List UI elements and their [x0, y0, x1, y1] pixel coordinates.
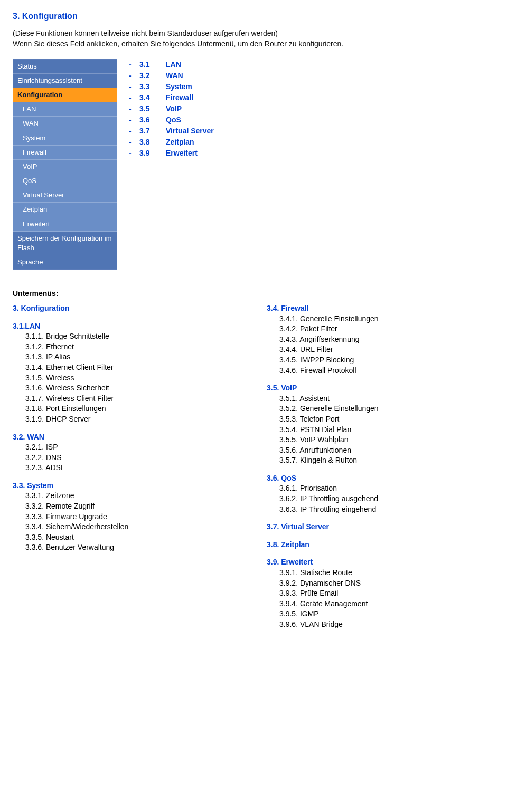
- nav-item[interactable]: Einrichtungsassistent: [13, 74, 117, 88]
- nav-item[interactable]: Zeitplan: [13, 203, 117, 217]
- list-label: LAN: [166, 59, 181, 70]
- toc-group-title: 3.2. WAN: [13, 432, 240, 443]
- nav-item[interactable]: VoIP: [13, 160, 117, 174]
- toc-group-title: 3.6. QoS: [267, 473, 494, 484]
- toc-group-title: 3.1.LAN: [13, 321, 240, 332]
- toc-item: 3.1.8. Port Einstellungen: [25, 404, 240, 414]
- toc-right-column: 3.4. Firewall3.4.1. Generelle Einstellun…: [267, 303, 494, 637]
- toc-item: 3.3.2. Remote Zugriff: [25, 501, 240, 512]
- toc-group: 3. Konfiguration: [13, 303, 240, 314]
- toc-item: 3.5.5. VoIP Wählplan: [279, 435, 494, 445]
- toc-group-title: 3.5. VoIP: [267, 383, 494, 394]
- main-list-row: -3.9Erweitert: [129, 148, 214, 159]
- list-number: 3.4: [139, 92, 161, 103]
- toc-group-title: 3.9. Erweitert: [267, 557, 494, 568]
- nav-item[interactable]: Virtual Server: [13, 188, 117, 203]
- toc-item: 3.9.4. Geräte Management: [279, 599, 494, 609]
- main-list-row: -3.4Firewall: [129, 92, 214, 103]
- toc-group: 3.7. Virtual Server: [267, 522, 494, 532]
- nav-item[interactable]: Sprache: [13, 255, 117, 269]
- nav-item[interactable]: Firewall: [13, 146, 117, 160]
- main-list-row: -3.1LAN: [129, 59, 214, 70]
- list-number: 3.1: [139, 59, 161, 70]
- toc-item: 3.6.2. IP Throttling ausgehend: [279, 494, 494, 504]
- toc-item: 3.1.9. DHCP Server: [25, 414, 240, 425]
- toc-item: 3.5.6. Anruffunktionen: [279, 445, 494, 456]
- toc-group: 3.5. VoIP3.5.1. Assistent3.5.2. Generell…: [267, 383, 494, 466]
- dash: -: [129, 59, 134, 70]
- toc-item: 3.1.5. Wireless: [25, 373, 240, 384]
- toc-item: 3.9.3. Prüfe Email: [279, 588, 494, 599]
- nav-item[interactable]: Konfiguration: [13, 88, 117, 102]
- toc-item: 3.3.4. Sichern/Wiederherstellen: [25, 522, 240, 532]
- nav-item[interactable]: WAN: [13, 117, 117, 131]
- list-label: Firewall: [166, 92, 193, 103]
- dash: -: [129, 103, 134, 114]
- dash: -: [129, 148, 134, 159]
- toc-item: 3.3.1. Zeitzone: [25, 491, 240, 501]
- toc-item: 3.4.5. IM/P2P Blocking: [279, 355, 494, 366]
- main-list-row: -3.7Virtual Server: [129, 126, 214, 137]
- toc-item: 3.9.1. Statische Route: [279, 568, 494, 578]
- toc-group: 3.2. WAN3.2.1. ISP3.2.2. DNS3.2.3. ADSL: [13, 432, 240, 473]
- toc-item: 3.9.2. Dynamischer DNS: [279, 578, 494, 589]
- list-number: 3.5: [139, 103, 161, 114]
- toc-item: 3.5.2. Generelle Einstellungen: [279, 404, 494, 414]
- nav-item[interactable]: QoS: [13, 174, 117, 188]
- list-label: VoIP: [166, 103, 182, 114]
- toc-item: 3.1.4. Ethernet Client Filter: [25, 362, 240, 373]
- list-number: 3.3: [139, 81, 161, 92]
- nav-item[interactable]: Status: [13, 60, 117, 74]
- nav-item[interactable]: Speichern der Konfiguration im Flash: [13, 232, 117, 255]
- toc-item: 3.9.5. IGMP: [279, 609, 494, 619]
- submenu-label: Untermenüs:: [13, 289, 494, 299]
- list-label: Zeitplan: [166, 137, 194, 148]
- toc-item: 3.4.3. Angriffserkennung: [279, 335, 494, 345]
- toc-item: 3.2.2. DNS: [25, 453, 240, 463]
- toc-group: 3.1.LAN3.1.1. Bridge Schnittstelle3.1.2.…: [13, 321, 240, 425]
- list-number: 3.2: [139, 70, 161, 81]
- toc-group: 3.3. System3.3.1. Zeitzone3.3.2. Remote …: [13, 481, 240, 553]
- toc-group-title: 3.4. Firewall: [267, 303, 494, 314]
- dash: -: [129, 81, 134, 92]
- toc-left-column: 3. Konfiguration3.1.LAN3.1.1. Bridge Sch…: [13, 303, 240, 560]
- toc-item: 3.4.2. Paket Filter: [279, 324, 494, 335]
- main-list-row: -3.6QoS: [129, 114, 214, 126]
- toc-group: 3.6. QoS3.6.1. Priorisation3.6.2. IP Thr…: [267, 473, 494, 514]
- toc-group: 3.8. Zeitplan: [267, 540, 494, 550]
- page-heading: 3. Konfiguration: [13, 11, 494, 22]
- toc-group-title: 3.8. Zeitplan: [267, 540, 494, 550]
- toc-item: 3.5.3. Telefon Port: [279, 414, 494, 425]
- sidebar-nav: StatusEinrichtungsassistentKonfiguration…: [13, 59, 117, 270]
- dash: -: [129, 92, 134, 103]
- toc-item: 3.5.4. PSTN Dial Plan: [279, 425, 494, 435]
- main-list-row: -3.3System: [129, 81, 214, 92]
- toc-item: 3.2.1. ISP: [25, 442, 240, 453]
- toc-group-title: 3.3. System: [13, 481, 240, 491]
- intro-line-2: Wenn Sie dieses Feld anklicken, erhalten…: [13, 39, 494, 50]
- main-numbered-list: -3.1LAN-3.2WAN-3.3System-3.4Firewall-3.5…: [129, 59, 214, 159]
- list-number: 3.9: [139, 148, 161, 159]
- list-number: 3.8: [139, 137, 161, 148]
- list-label: System: [166, 81, 192, 92]
- list-number: 3.6: [139, 114, 161, 126]
- toc-item: 3.1.1. Bridge Schnittstelle: [25, 331, 240, 342]
- toc-item: 3.5.1. Assistent: [279, 394, 494, 404]
- toc-item: 3.1.2. Ethernet: [25, 342, 240, 352]
- list-label: QoS: [166, 114, 181, 126]
- nav-item[interactable]: System: [13, 131, 117, 146]
- toc-group-title: 3. Konfiguration: [13, 303, 240, 314]
- nav-item[interactable]: Erweitert: [13, 217, 117, 232]
- toc-item: 3.1.6. Wireless Sicherheit: [25, 383, 240, 394]
- toc-item: 3.2.3. ADSL: [25, 463, 240, 473]
- toc-item: 3.1.7. Wireless Client Filter: [25, 394, 240, 404]
- main-list-row: -3.2WAN: [129, 70, 214, 81]
- nav-item[interactable]: LAN: [13, 102, 117, 117]
- toc-item: 3.3.3. Firmware Upgrade: [25, 512, 240, 522]
- dash: -: [129, 70, 134, 81]
- toc-item: 3.4.4. URL Filter: [279, 345, 494, 355]
- toc-group: 3.4. Firewall3.4.1. Generelle Einstellun…: [267, 303, 494, 376]
- toc-item: 3.5.7. Klingeln & Rufton: [279, 455, 494, 466]
- dash: -: [129, 137, 134, 148]
- intro-text: (Diese Funktionen können teilweise nicht…: [13, 28, 494, 49]
